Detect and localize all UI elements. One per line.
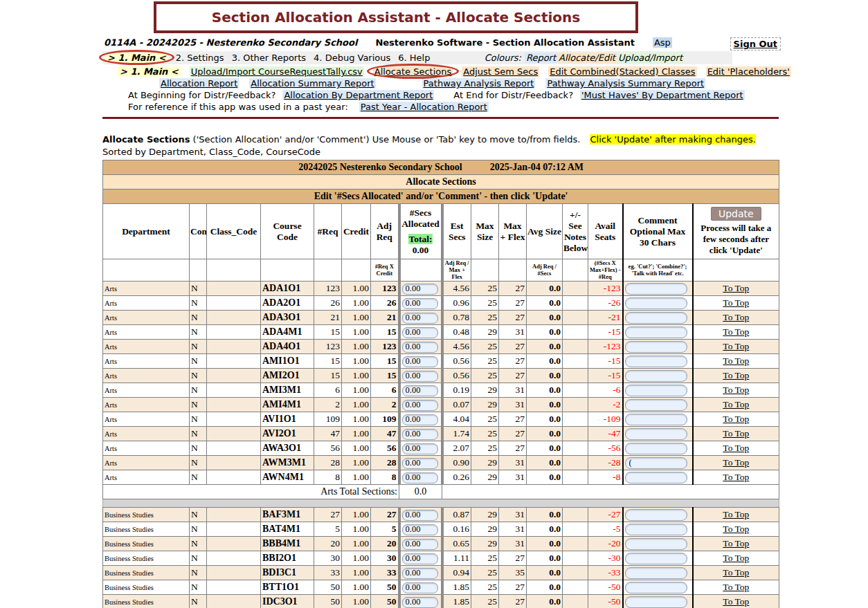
nav-link-pathway-analysis-summary-report[interactable]: Pathway Analysis Summary Report xyxy=(545,78,705,89)
to-top-link[interactable]: To Top xyxy=(723,414,749,424)
menu-item-help[interactable]: 6. Help xyxy=(398,53,430,63)
menu-item-settings[interactable]: 2. Settings xyxy=(176,53,224,63)
to-top-link[interactable]: To Top xyxy=(723,283,749,293)
secs-allocated-input[interactable] xyxy=(402,414,438,425)
secs-allocated-input[interactable] xyxy=(402,458,438,469)
to-top-link[interactable]: To Top xyxy=(723,509,749,519)
past-year-report-link[interactable]: Past Year - Allocation Report xyxy=(359,102,489,112)
allocation-by-department-link[interactable]: Allocation By Department Report xyxy=(282,90,434,100)
secs-allocated-input[interactable] xyxy=(402,385,438,396)
table-row: Business StudiesNBAF3M1271.00270.8729310… xyxy=(103,508,779,522)
secs-allocated-input[interactable] xyxy=(402,342,438,353)
comment-input[interactable] xyxy=(625,553,687,564)
secs-allocated-input[interactable] xyxy=(402,568,438,579)
adj-req-cell: 30 xyxy=(371,551,399,566)
secs-allocated-input[interactable] xyxy=(402,443,438,454)
nav-link-upload-import-courserequesttally-csv[interactable]: Upload/Import CourseRequestTally.csv xyxy=(190,66,364,77)
to-top-link[interactable]: To Top xyxy=(723,582,749,592)
comment-input[interactable] xyxy=(625,457,687,469)
secs-allocated-input[interactable] xyxy=(402,327,438,338)
comment-input[interactable] xyxy=(625,399,687,411)
nav-link-allocation-report[interactable]: Allocation Report xyxy=(159,78,239,89)
secs-allocated-input[interactable] xyxy=(402,539,438,550)
comment-input[interactable] xyxy=(625,567,687,579)
comment-input[interactable] xyxy=(625,385,687,396)
to-top-link[interactable]: To Top xyxy=(723,326,749,337)
max-flex-cell: 27 xyxy=(499,441,527,456)
menu-item-otherreports[interactable]: 3. Other Reports xyxy=(232,53,306,63)
secs-allocated-input[interactable] xyxy=(402,429,438,440)
nav-link-edit-combined-stacked--classes[interactable]: Edit Combined(Stacked) Classes xyxy=(548,66,696,77)
nav-link-allocation-summary-report[interactable]: Allocation Summary Report xyxy=(249,78,375,89)
comment-input[interactable] xyxy=(625,326,687,338)
nav-link-allocate-sections[interactable]: Allocate Sections xyxy=(373,66,453,77)
menu-item-debugvarious[interactable]: 4. Debug Various xyxy=(314,53,390,63)
est-secs-cell: 0.07 xyxy=(442,398,471,412)
menu-item-main[interactable]: > 1. Main < xyxy=(105,53,168,63)
secs-allocated-input[interactable] xyxy=(402,298,438,309)
comment-input[interactable] xyxy=(625,596,687,608)
notes-cell xyxy=(563,441,588,456)
credit-cell: 1.00 xyxy=(342,369,371,383)
secs-allocated-input[interactable] xyxy=(402,356,438,367)
to-top-link[interactable]: To Top xyxy=(723,399,749,409)
notes-cell xyxy=(563,595,588,608)
comment-input[interactable] xyxy=(625,524,687,535)
to-top-link[interactable]: To Top xyxy=(723,370,749,380)
secs-allocated-input[interactable] xyxy=(402,284,438,295)
secs-allocated-input[interactable] xyxy=(402,400,438,411)
comment-cell xyxy=(623,456,693,470)
comment-input[interactable] xyxy=(625,414,687,425)
to-top-link[interactable]: To Top xyxy=(723,472,749,482)
comment-input[interactable] xyxy=(625,509,687,521)
secs-allocated-cell xyxy=(399,470,442,485)
adj-req-cell: 27 xyxy=(371,508,399,522)
update-button[interactable]: Update xyxy=(711,207,761,221)
secs-allocated-input[interactable] xyxy=(402,510,438,521)
to-top-link[interactable]: To Top xyxy=(723,524,749,534)
comment-input[interactable] xyxy=(625,582,687,593)
secs-allocated-input[interactable] xyxy=(402,313,438,324)
comment-input[interactable] xyxy=(625,443,687,454)
comb-cell: N xyxy=(190,522,207,537)
to-top-link[interactable]: To Top xyxy=(723,538,749,549)
comb-cell: N xyxy=(190,398,207,412)
comment-input[interactable] xyxy=(625,297,687,309)
to-top-link[interactable]: To Top xyxy=(723,457,749,468)
secs-allocated-input[interactable] xyxy=(402,582,438,593)
comment-input[interactable] xyxy=(625,341,687,353)
sign-out-button[interactable]: Sign Out xyxy=(730,37,781,50)
nav-link-adjust-sem-secs[interactable]: Adjust Sem Secs xyxy=(462,66,539,77)
to-top-link[interactable]: To Top xyxy=(723,385,749,395)
to-top-link[interactable]: To Top xyxy=(723,297,749,308)
comment-input[interactable] xyxy=(625,370,687,382)
to-top-link[interactable]: To Top xyxy=(723,596,749,607)
must-haves-by-department-link[interactable]: 'Must Haves' By Department Report xyxy=(580,90,745,100)
secs-allocated-input[interactable] xyxy=(402,553,438,564)
nav-link-pathway-analysis-report[interactable]: Pathway Analysis Report xyxy=(422,78,536,89)
nav-link-edit--placeholders-[interactable]: Edit 'Placeholders' xyxy=(706,66,791,77)
comment-input[interactable] xyxy=(625,312,687,324)
secs-allocated-input[interactable] xyxy=(402,472,438,483)
comment-input[interactable] xyxy=(625,538,687,550)
to-top-link[interactable]: To Top xyxy=(723,356,749,366)
to-top-link[interactable]: To Top xyxy=(723,312,749,322)
comment-input[interactable] xyxy=(625,428,687,440)
secs-allocated-input[interactable] xyxy=(402,371,438,382)
comment-input[interactable] xyxy=(625,356,687,367)
to-top-cell: To Top xyxy=(693,537,779,551)
avail-seats-cell: -20 xyxy=(588,537,623,551)
comment-input[interactable] xyxy=(625,283,687,295)
secs-allocated-input[interactable] xyxy=(402,524,438,535)
to-top-link[interactable]: To Top xyxy=(723,553,749,563)
to-top-link[interactable]: To Top xyxy=(723,341,749,351)
to-top-link[interactable]: To Top xyxy=(723,567,749,578)
course-code-cell: AMI3M1 xyxy=(261,383,314,398)
table-row: Business StudiesNBTT1O1501.00501.8525270… xyxy=(103,580,779,595)
to-top-link[interactable]: To Top xyxy=(723,428,749,439)
secs-allocated-cell xyxy=(399,441,442,456)
secs-allocated-input[interactable] xyxy=(402,597,438,608)
to-top-link[interactable]: To Top xyxy=(723,443,749,453)
comment-input[interactable] xyxy=(625,472,687,483)
comment-cell xyxy=(623,427,693,441)
